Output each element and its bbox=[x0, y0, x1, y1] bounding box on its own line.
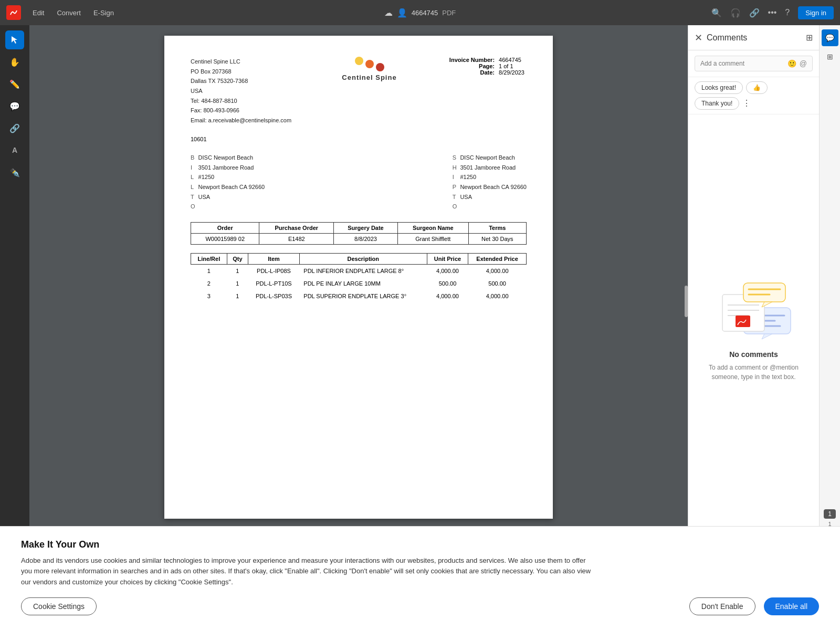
company-name: Centinel Spine LLC bbox=[191, 57, 291, 67]
line-item: PDL-L-SP03S bbox=[248, 290, 300, 302]
text-tool[interactable]: A bbox=[5, 141, 24, 160]
acrobat-logo bbox=[6, 5, 21, 20]
doc-id: 4664745 bbox=[412, 9, 438, 17]
ship-to-address: DISC Newport Beach 3501 Jamboree Road #1… bbox=[460, 153, 527, 212]
quick-reply-thumbs-up[interactable]: 👍 bbox=[746, 81, 768, 94]
left-sidebar: ✋ ✏️ 💬 🔗 A ✒️ bbox=[0, 25, 29, 546]
pdf-page: Centinel Spine LLC PO Box 207368 Dallas … bbox=[164, 36, 553, 519]
cloud-icon: ☁ bbox=[384, 8, 393, 18]
bill-to-name: DISC Newport Beach bbox=[198, 153, 265, 163]
link-icon[interactable]: 🔗 bbox=[749, 8, 760, 18]
more-icon[interactable]: ••• bbox=[768, 8, 777, 17]
emoji-icon[interactable]: 🙂 bbox=[788, 59, 796, 68]
comments-panel-header: ✕ Comments ⊞ bbox=[688, 25, 819, 50]
po-box: PO Box 207368 bbox=[191, 67, 291, 77]
billing-section: BILLTO DISC Newport Beach 3501 Jamboree … bbox=[191, 153, 527, 212]
bill-to-country: USA bbox=[198, 192, 265, 202]
line-rel-header: Line/Rel bbox=[191, 253, 227, 264]
comment-input-row[interactable]: 🙂 @ bbox=[695, 56, 813, 71]
sign-in-button[interactable]: Sign in bbox=[798, 6, 834, 19]
pdf-viewer[interactable]: Centinel Spine LLC PO Box 207368 Dallas … bbox=[29, 25, 688, 546]
no-comments-area: No comments To add a comment or @mention… bbox=[688, 114, 819, 546]
cookie-title: Make It Your Own bbox=[21, 539, 819, 550]
bill-to-address: DISC Newport Beach 3501 Jamboree Road #1… bbox=[198, 153, 265, 212]
cookie-enable-all-button[interactable]: Enable all bbox=[764, 597, 820, 615]
qty-header: Qty bbox=[227, 253, 248, 264]
country: USA bbox=[191, 86, 291, 96]
line-num: 2 bbox=[191, 277, 227, 290]
line-num: 3 bbox=[191, 290, 227, 302]
company-info: Centinel Spine LLC PO Box 207368 Dallas … bbox=[191, 57, 291, 125]
far-right-toolbar: 💬 ⊞ 1 1 ▲ bbox=[819, 25, 840, 546]
comment-icons: 🙂 @ bbox=[788, 59, 807, 68]
page-value: 1 of 1 bbox=[497, 63, 527, 69]
quick-reply-looks-great[interactable]: Looks great! bbox=[695, 81, 743, 94]
page-label: Page: bbox=[447, 63, 497, 69]
quick-reply-more[interactable]: ⋮ bbox=[742, 97, 751, 110]
order-val: W00015989 02 bbox=[191, 233, 259, 244]
cookie-text: Adobe and its vendors use cookies and si… bbox=[21, 555, 598, 588]
table-row: 1 1 PDL-L-IP08S PDL INFERIOR ENDPLATE LA… bbox=[191, 264, 527, 277]
cookie-buttons: Cookie Settings Don't Enable Enable all bbox=[21, 597, 819, 615]
line-num: 1 bbox=[191, 264, 227, 277]
unit-price-header: Unit Price bbox=[427, 253, 468, 264]
bill-to-section: BILLTO DISC Newport Beach 3501 Jamboree … bbox=[191, 153, 265, 212]
line-item: PDL-L-PT10S bbox=[248, 277, 300, 290]
invoice-number-label: Invoice Number: bbox=[447, 57, 497, 63]
date-label: Date: bbox=[447, 69, 497, 76]
comment-input[interactable] bbox=[700, 60, 788, 67]
menu-esign[interactable]: E-Sign bbox=[88, 7, 119, 19]
company-logo: Centinel Spine bbox=[342, 57, 396, 125]
line-qty: 1 bbox=[227, 264, 248, 277]
line-qty: 1 bbox=[227, 277, 248, 290]
help-icon[interactable]: ? bbox=[785, 8, 790, 17]
account-number: 10601 bbox=[191, 136, 527, 142]
mention-icon[interactable]: @ bbox=[800, 59, 807, 68]
line-extended-price: 4,000.00 bbox=[468, 290, 527, 302]
close-comments-button[interactable]: ✕ bbox=[695, 32, 702, 44]
ship-to-country: USA bbox=[460, 192, 527, 202]
date-value: 8/29/2023 bbox=[497, 69, 527, 76]
cookie-settings-button[interactable]: Cookie Settings bbox=[21, 597, 97, 615]
cookie-dont-enable-button[interactable]: Don't Enable bbox=[689, 597, 755, 615]
order-header: Order bbox=[191, 222, 259, 233]
headphones-icon[interactable]: 🎧 bbox=[730, 8, 741, 18]
comments-panel-title: Comments bbox=[707, 33, 747, 43]
surgeon-name-header: Surgeon Name bbox=[397, 222, 468, 233]
table-row: 3 1 PDL-L-SP03S PDL SUPERIOR ENDPLATE LA… bbox=[191, 290, 527, 302]
svg-rect-10 bbox=[743, 283, 785, 302]
pdf-scrollbar[interactable] bbox=[685, 286, 688, 317]
menu-edit[interactable]: Edit bbox=[27, 7, 49, 19]
ship-to-city: Newport Beach CA 92660 bbox=[460, 182, 527, 192]
line-unit-price: 4,000.00 bbox=[427, 290, 468, 302]
order-table: Order Purchase Order Surgery Date Surgeo… bbox=[191, 222, 527, 245]
toolbar-menu: Edit Convert E-Sign bbox=[27, 7, 119, 19]
hand-tool[interactable]: ✋ bbox=[5, 52, 24, 71]
terms-val: Net 30 Days bbox=[468, 233, 526, 244]
link-tool[interactable]: 🔗 bbox=[5, 119, 24, 138]
filter-icon[interactable]: ⊞ bbox=[806, 33, 813, 43]
terms-header: Terms bbox=[468, 222, 526, 233]
menu-convert[interactable]: Convert bbox=[51, 7, 86, 19]
search-icon[interactable]: 🔍 bbox=[711, 8, 722, 18]
description-header: Description bbox=[299, 253, 427, 264]
line-items-table: Line/Rel Qty Item Description Unit Price… bbox=[191, 253, 527, 302]
grid-view-toggle[interactable]: ⊞ bbox=[822, 48, 838, 65]
user-icon: 👤 bbox=[397, 8, 407, 18]
signature-tool[interactable]: ✒️ bbox=[5, 163, 24, 182]
quick-reply-thank-you[interactable]: Thank you! bbox=[695, 97, 739, 110]
surgery-date-header: Surgery Date bbox=[334, 222, 398, 233]
comment-tool[interactable]: 💬 bbox=[5, 97, 24, 116]
invoice-meta: Invoice Number: 4664745 Page: 1 of 1 Dat… bbox=[447, 57, 527, 125]
line-desc: PDL PE INLAY LARGE 10MM bbox=[299, 277, 427, 290]
comments-panel-toggle[interactable]: 💬 bbox=[822, 29, 838, 46]
tel: Tel: 484-887-8810 bbox=[191, 96, 291, 106]
cursor-tool[interactable] bbox=[5, 30, 24, 49]
ship-to-name: DISC Newport Beach bbox=[460, 153, 527, 163]
line-extended-price: 500.00 bbox=[468, 277, 527, 290]
edit-tool[interactable]: ✏️ bbox=[5, 75, 24, 93]
purchase-order-header: Purchase Order bbox=[259, 222, 334, 233]
bill-to-city: Newport Beach CA 92660 bbox=[198, 182, 265, 192]
fax: Fax: 800-493-0966 bbox=[191, 106, 291, 116]
ship-to-addr1: 3501 Jamboree Road bbox=[460, 163, 527, 173]
